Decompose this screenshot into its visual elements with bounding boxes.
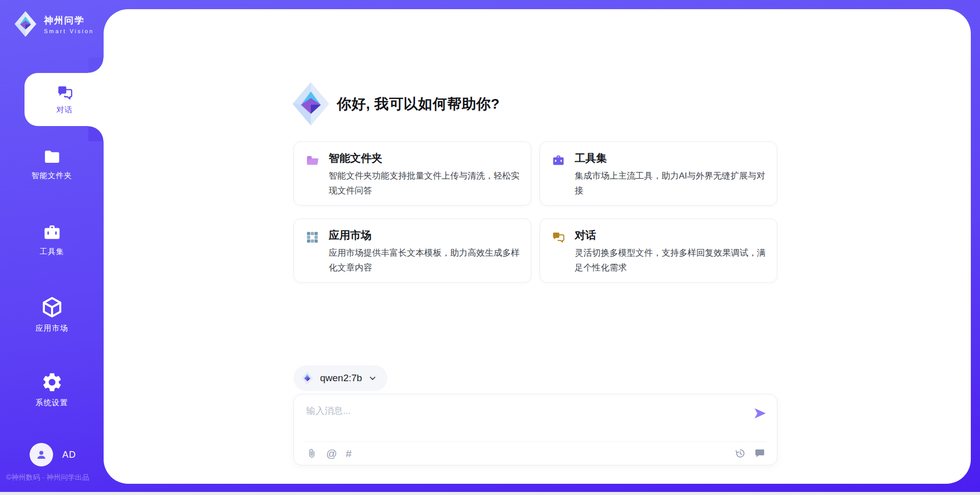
- send-icon[interactable]: [752, 406, 768, 421]
- folder-icon: [41, 147, 63, 166]
- card-chat[interactable]: 对话 灵活切换多模型文件，支持多样回复效果调试，满足个性化需求: [540, 218, 777, 283]
- chat-bubbles-icon: [56, 84, 74, 102]
- card-smart-folders[interactable]: 智能文件夹 智能文件夹功能支持批量文件上传与清洗，轻松实现文件问答: [293, 141, 531, 206]
- gear-icon: [41, 371, 63, 393]
- toolbox-icon: [41, 222, 63, 242]
- sidebar-item-tools[interactable]: 工具集: [0, 222, 104, 257]
- user-account[interactable]: AD: [30, 443, 76, 466]
- diamond-logo-icon: [291, 81, 331, 127]
- card-title: 应用市场: [329, 228, 372, 242]
- greeting: 你好, 我可以如何帮助你?: [291, 81, 500, 127]
- brand-name: 神州问学: [44, 14, 94, 27]
- avatar: [30, 443, 53, 466]
- hashtag-icon[interactable]: #: [346, 448, 352, 460]
- folder-open-icon: [305, 153, 320, 167]
- attachment-icon[interactable]: [306, 448, 317, 460]
- composer-actions: [734, 448, 766, 459]
- sidebar-item-folders[interactable]: 智能文件夹: [0, 147, 104, 181]
- copyright-text: ©神州数码 · 神州问学出品: [6, 473, 89, 482]
- sidebar-item-settings[interactable]: 系统设置: [0, 371, 104, 408]
- card-description: 智能文件夹功能支持批量文件上传与清洗，轻松实现文件问答: [329, 168, 521, 198]
- card-title: 工具集: [575, 151, 607, 165]
- toolbox-icon: [551, 153, 566, 167]
- sidebar-item-label: 对话: [57, 105, 73, 115]
- feedback-icon[interactable]: [754, 448, 766, 459]
- sidebar-item-label: 智能文件夹: [32, 171, 72, 181]
- history-icon[interactable]: [734, 448, 746, 459]
- cube-icon: [40, 295, 64, 319]
- user-initials: AD: [62, 450, 76, 460]
- card-description: 集成市场上主流工具，助力AI与外界无缝扩展与对接: [575, 168, 767, 198]
- chevron-down-icon: [368, 374, 377, 383]
- brand: 神州问学 Smart Vision: [12, 10, 94, 38]
- sidebar-item-market[interactable]: 应用市场: [0, 295, 104, 333]
- sidebar-item-label: 应用市场: [36, 324, 68, 333]
- message-input[interactable]: [306, 405, 745, 429]
- diamond-logo-icon: [301, 371, 314, 385]
- app-root: 神州问学 Smart Vision 对话 智能文件夹: [0, 0, 980, 495]
- brand-subtitle: Smart Vision: [44, 28, 94, 34]
- tab-fillet-bottom: [88, 126, 104, 141]
- model-selector[interactable]: qwen2:7b: [293, 365, 387, 391]
- horizontal-scrollbar[interactable]: [0, 492, 980, 495]
- card-title: 智能文件夹: [329, 151, 382, 165]
- sidebar-item-label: 系统设置: [36, 398, 68, 408]
- card-title: 对话: [575, 228, 596, 242]
- tab-fillet-top: [88, 58, 104, 73]
- sidebar-item-label: 工具集: [40, 247, 64, 257]
- chat-bubbles-icon: [551, 230, 566, 244]
- sidebar: 神州问学 Smart Vision 对话 智能文件夹: [0, 0, 104, 495]
- feature-cards: 智能文件夹 智能文件夹功能支持批量文件上传与清洗，轻松实现文件问答 工具集 集成…: [293, 141, 777, 283]
- card-description: 应用市场提供丰富长文本模板，助力高效生成多样化文章内容: [329, 245, 521, 275]
- composer-tools: @ #: [306, 448, 352, 460]
- composer: @ #: [293, 394, 777, 465]
- greeting-title: 你好, 我可以如何帮助你?: [337, 94, 500, 114]
- composer-divider: [304, 441, 767, 442]
- apps-grid-icon: [305, 230, 320, 244]
- main-panel: 你好, 我可以如何帮助你? 智能文件夹 智能文件夹功能支持批量文件上传与清洗，轻…: [104, 9, 971, 484]
- card-app-market[interactable]: 应用市场 应用市场提供丰富长文本模板，助力高效生成多样化文章内容: [293, 218, 531, 283]
- card-toolset[interactable]: 工具集 集成市场上主流工具，助力AI与外界无缝扩展与对接: [540, 141, 777, 206]
- card-description: 灵活切换多模型文件，支持多样回复效果调试，满足个性化需求: [575, 245, 767, 275]
- sidebar-item-chat[interactable]: 对话: [24, 73, 105, 126]
- model-name: qwen2:7b: [320, 373, 362, 384]
- mention-icon[interactable]: @: [326, 448, 337, 460]
- diamond-logo-icon: [12, 10, 39, 38]
